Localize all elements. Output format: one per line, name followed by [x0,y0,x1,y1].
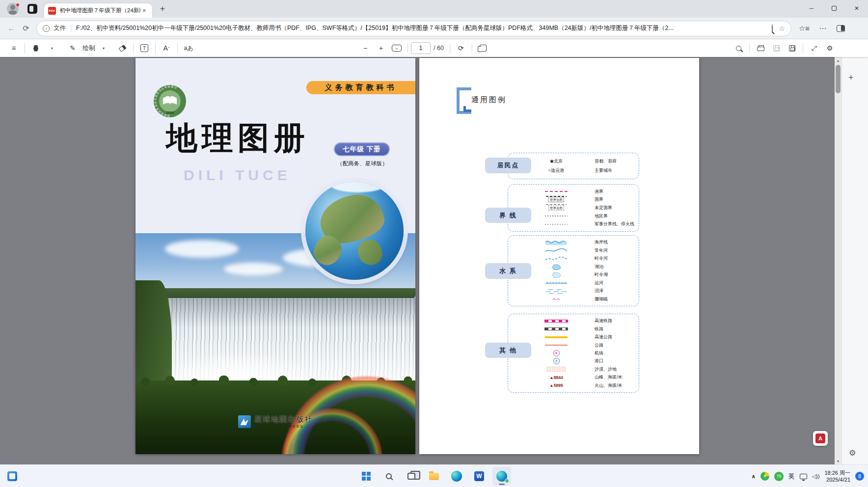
pdf-viewer-area[interactable]: 国家教材委员会专家委员会审核通过 2024 义务教育教科书 地理图册 DILI … [0,57,868,464]
page-total-label: / 60 [434,45,444,52]
highlighter-chevron-icon[interactable]: ▾ [45,42,58,54]
maximize-icon [832,6,837,11]
favorite-star-icon[interactable]: ☆ [779,25,785,32]
settings-gear-icon[interactable]: ⚙ [823,42,836,54]
input-language-indicator[interactable]: 英 [788,472,795,481]
tab-close-icon[interactable]: ✕ [140,7,148,15]
maximize-button[interactable] [823,0,845,17]
task-view-button[interactable] [402,467,421,486]
word-icon: W [474,471,484,481]
globe-image [305,182,404,280]
info-icon[interactable]: i [43,25,50,32]
undefined-boundary-symbol: 世界全图 [548,205,564,211]
antivirus-tray-icon[interactable] [760,472,769,481]
sidebar-add-icon[interactable]: + [848,73,854,83]
fit-width-button[interactable]: ↔ [390,42,403,54]
widgets-button[interactable] [5,469,20,484]
legend-row: 高速铁路 [508,318,639,324]
windows-taskbar: W ∧ 75 英 ◁)) 18:26 周一 2025/4/21 8 [0,464,868,487]
toolbar-divider [407,43,408,53]
legend-row: 铁路 [508,326,639,332]
tray-overflow-chevron[interactable]: ∧ [751,473,756,480]
tab-actions-menu-icon[interactable] [27,4,37,14]
legend-label: 军事分界线、停火线 [595,221,634,227]
fullscreen-icon[interactable]: ⤢ [808,42,820,54]
address-bar-row: ← ⟳ i 文件 F:/02、初中资料/25001%20初中一年级下册/2500… [0,18,868,39]
highlighter-icon[interactable] [29,42,42,54]
zoom-in-button[interactable]: + [375,42,387,54]
toc-menu-icon[interactable]: ≡ [7,42,20,54]
legend-tab-water: 水 系 [485,263,531,279]
file-explorer-button[interactable] [425,467,443,486]
legend-row: 高速公路 [508,334,639,340]
draw-chevron-icon[interactable]: ▾ [97,42,109,54]
favorites-hub-icon[interactable]: ☆≡ [798,24,810,33]
save-as-icon[interactable] [786,42,798,54]
eraser-icon[interactable] [116,42,129,54]
back-button[interactable]: ← [4,21,19,36]
battery-tray-icon[interactable]: 75 [774,472,784,481]
print-icon[interactable] [754,42,767,54]
legend-label: 常年河 [595,247,608,254]
search-in-page-icon[interactable] [772,25,773,32]
sidebar-settings-gear-icon[interactable]: ⚙ [849,448,856,458]
scrollbar-thumb[interactable] [836,65,841,93]
toolbar-divider [177,43,178,53]
close-button[interactable]: ✕ [845,0,868,17]
edge-active-window-button[interactable] [492,467,511,486]
national-boundary-symbol: 世界全图 [548,197,564,202]
military-line-symbol [545,224,568,225]
browser-tab[interactable]: PDF 初中地理图册７年级下册（24新版 ✕ [44,3,152,18]
cloud-shape [165,240,239,258]
legend-tab-boundaries: 界 线 [485,208,531,223]
file-scheme-label: 文件 [54,24,66,32]
search-document-icon[interactable] [732,42,745,54]
approval-seal-logo: 国家教材委员会专家委员会审核通过 2024 [154,85,186,117]
river-symbol [522,247,591,253]
scroll-down-arrow[interactable]: ▼ [835,458,841,464]
new-tab-button[interactable]: + [156,2,169,15]
toolbar-divider [803,43,803,53]
legend-label: 主要城市 [595,167,612,174]
window-controls: ─ ✕ [800,0,868,17]
taskbar-search-button[interactable] [380,467,398,486]
add-text-icon[interactable]: T [138,42,151,54]
draw-label: 绘制 [82,44,95,53]
vertical-scrollbar[interactable]: ▲ ▼ [835,57,841,464]
open-in-acrobat-button[interactable]: A [813,431,828,446]
word-button[interactable]: W [470,467,488,486]
more-menu-icon[interactable]: ⋯ [817,24,829,33]
publisher-name: 星球地图出版社 [255,415,313,424]
translate-icon[interactable]: aあ [182,42,195,54]
legend-row: ▲5895 火山、海拔/米 [508,382,639,389]
edge-browser-button[interactable] [447,467,466,486]
legend-label: 机场 [595,350,603,356]
minimize-button[interactable]: ─ [800,0,823,17]
address-field[interactable]: i 文件 F:/02、初中资料/25001%20初中一年级下册/25001%20… [36,21,791,36]
legend-label: 国界 [595,196,603,203]
legend-label: 首都、首府 [595,158,617,164]
draw-pen-icon[interactable]: ✎ [66,42,79,54]
grade-pill: 七年级 下册 [334,142,390,156]
legend-label: 海岸线 [595,239,608,245]
sidebar-toggle-icon[interactable] [837,25,845,32]
rotate-button[interactable]: ⟳ [455,42,467,54]
zoom-out-button[interactable]: − [359,42,372,54]
cover-romanized-title: DILI TUCE [184,167,291,184]
search-icon [386,473,392,479]
volume-icon[interactable]: ◁)) [812,473,820,480]
legend-row: 常年河 [508,247,639,254]
desert-symbol [546,366,566,372]
start-button[interactable] [357,467,376,486]
page-number-input[interactable] [411,42,431,54]
refresh-button[interactable]: ⟳ [19,21,33,36]
scroll-up-arrow[interactable]: ▲ [835,57,841,64]
read-aloud-icon[interactable]: A” [160,42,173,54]
clock[interactable]: 18:26 周一 2025/4/21 [824,469,850,483]
legend-label: 公路 [595,342,603,349]
network-icon[interactable] [800,474,807,479]
page-view-button[interactable] [477,42,489,54]
legend-label: 珊瑚礁 [595,296,608,302]
legend-label: 未定国界 [595,205,612,211]
notification-count-badge[interactable]: 8 [855,472,864,481]
